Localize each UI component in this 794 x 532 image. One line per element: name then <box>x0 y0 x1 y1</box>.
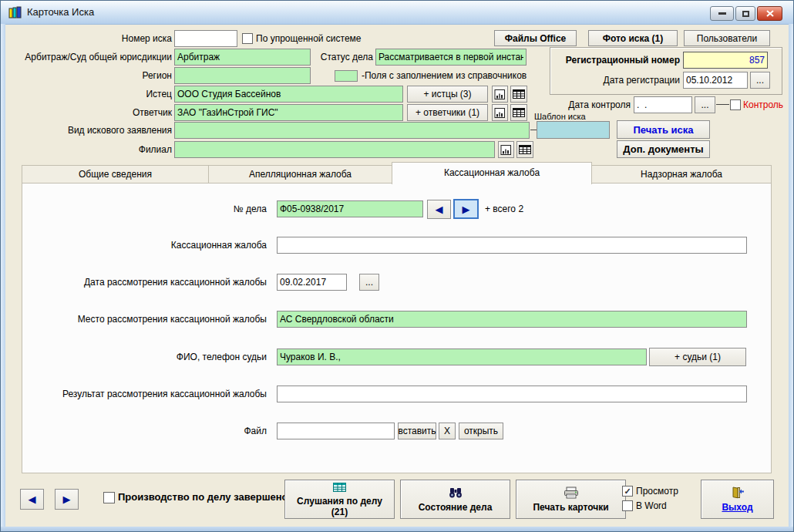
defendants-more-button[interactable]: + ответчики (1) <box>407 104 488 121</box>
users-button[interactable]: Пользователи <box>684 30 770 46</box>
print-claim-button[interactable]: Печать иска <box>617 120 710 139</box>
binoculars-icon <box>448 487 463 499</box>
claim-type-input[interactable] <box>174 122 530 139</box>
defendant-card-button[interactable] <box>492 104 508 121</box>
case-completed-checkbox[interactable] <box>103 492 115 503</box>
branch-table-button[interactable] <box>516 141 533 158</box>
file-insert-button[interactable]: вставить <box>398 423 436 439</box>
judge-label: ФИО, телефон судьи <box>24 348 267 365</box>
plaintiff-card-button[interactable] <box>492 86 508 103</box>
additional-docs-button[interactable]: Доп. документы <box>617 140 710 158</box>
template-input[interactable] <box>537 121 610 139</box>
case-total-label: + всего 2 <box>485 200 523 217</box>
plaintiff-table-button[interactable] <box>510 86 527 103</box>
exit-button[interactable]: Выход <box>701 480 774 519</box>
judge-input[interactable] <box>277 348 647 365</box>
plaintiff-input[interactable] <box>174 86 403 103</box>
hearings-button[interactable]: Слушания по делу (21) <box>284 480 395 519</box>
review-place-input[interactable] <box>277 311 747 328</box>
template-connector-line <box>530 130 537 130</box>
green-legend-label: -Поля с заполнением из справочников <box>362 67 527 84</box>
case-prev-button[interactable]: ◀ <box>427 200 451 219</box>
tab-cassation[interactable]: Кассационная жалоба <box>392 162 592 184</box>
titlebar[interactable]: Карточка Иска <box>1 1 793 25</box>
left-arrow-icon: ◀ <box>29 494 36 504</box>
simplified-checkbox[interactable] <box>242 33 253 44</box>
tab-appeal[interactable]: Апелляционная жалоба <box>208 165 392 184</box>
file-input[interactable] <box>277 423 395 439</box>
cassation-complaint-label: Кассационная жалоба <box>24 237 267 254</box>
case-number-input[interactable] <box>277 200 423 217</box>
case-status-input[interactable] <box>375 49 527 66</box>
word-label: В Word <box>636 497 667 514</box>
exit-button-label: Выход <box>722 502 752 513</box>
photo-button[interactable]: Фото иска (1) <box>588 30 678 46</box>
defendant-label: Ответчик <box>8 104 172 121</box>
case-state-button[interactable]: Состояние дела <box>400 480 510 519</box>
close-button[interactable] <box>757 6 782 21</box>
control-date-input[interactable] <box>634 96 692 113</box>
tab-supervisory[interactable]: Надзорная жалоба <box>591 165 772 184</box>
maximize-button[interactable] <box>735 6 755 21</box>
cassation-complaint-input[interactable] <box>277 237 747 254</box>
preview-checkbox[interactable]: ✓ <box>622 486 633 497</box>
form-chart-icon <box>494 107 506 119</box>
minimize-button[interactable] <box>710 6 734 21</box>
window-title: Карточка Иска <box>27 6 94 18</box>
form-chart-icon <box>500 144 512 156</box>
defendant-input[interactable] <box>174 104 403 121</box>
file-clear-button[interactable]: X <box>439 423 456 439</box>
print-card-button[interactable]: Печать карточки <box>516 480 626 519</box>
registration-date-input[interactable] <box>683 72 748 89</box>
registration-number-input[interactable] <box>683 52 768 69</box>
registration-date-label: Дата регистрации <box>553 72 680 89</box>
right-arrow-icon: ▶ <box>63 494 71 504</box>
control-label: Контроль <box>743 96 783 113</box>
review-date-label: Дата рассмотрения кассационной жалобы <box>24 274 267 291</box>
word-checkbox[interactable] <box>622 500 633 511</box>
table-icon <box>513 107 525 118</box>
registration-number-label: Регистрационный номер <box>553 52 680 69</box>
case-completed-label: Производство по делу завершено <box>118 489 288 506</box>
review-date-input[interactable] <box>277 274 347 291</box>
control-checkbox[interactable] <box>730 99 741 110</box>
exit-door-icon <box>731 487 745 499</box>
tab-general-info[interactable]: Общие сведения <box>22 165 209 184</box>
app-books-icon <box>8 5 22 22</box>
close-icon <box>766 10 774 17</box>
left-arrow-icon: ◀ <box>436 204 443 214</box>
control-date-picker-button[interactable]: ... <box>695 96 715 113</box>
claim-card-window: Карточка Иска Номер иска По упрощенной с… <box>0 0 794 532</box>
court-label: Арбитраж/Суд общей юрисдикции <box>8 49 172 66</box>
control-date-label: Дата контроля <box>540 96 631 113</box>
region-input[interactable] <box>174 67 311 84</box>
simplified-label: По упрощенной системе <box>256 30 362 47</box>
judges-more-button[interactable]: + судьи (1) <box>649 348 746 366</box>
file-label: Файл <box>24 423 267 439</box>
region-label: Регион <box>8 67 172 84</box>
claim-type-label: Вид искового заявления <box>8 122 172 139</box>
maximize-icon <box>742 11 749 17</box>
case-state-button-label: Состояние дела <box>419 502 493 513</box>
control-connector-line <box>716 104 729 105</box>
case-next-button[interactable]: ▶ <box>453 199 479 219</box>
claim-number-input[interactable] <box>174 30 237 47</box>
branch-input[interactable] <box>174 141 495 158</box>
minimize-icon <box>718 12 726 15</box>
file-open-button[interactable]: открыть <box>459 423 503 439</box>
defendant-table-button[interactable] <box>510 104 527 121</box>
printer-icon <box>564 487 579 499</box>
plaintiff-label: Истец <box>8 86 172 103</box>
review-result-input[interactable] <box>277 386 747 402</box>
branch-card-button[interactable] <box>498 141 514 158</box>
table-icon <box>513 89 525 99</box>
record-prev-button[interactable]: ◀ <box>20 489 44 510</box>
review-place-label: Место рассмотрения кассационной жалобы <box>24 311 267 328</box>
record-next-button[interactable]: ▶ <box>55 489 79 510</box>
claim-number-label: Номер иска <box>8 30 172 47</box>
plaintiffs-more-button[interactable]: + истцы (3) <box>407 86 488 103</box>
registration-date-picker-button[interactable]: ... <box>750 72 770 89</box>
review-date-picker-button[interactable]: ... <box>359 274 379 291</box>
files-office-button[interactable]: Файлы Office <box>494 30 577 46</box>
court-input[interactable] <box>174 49 311 66</box>
